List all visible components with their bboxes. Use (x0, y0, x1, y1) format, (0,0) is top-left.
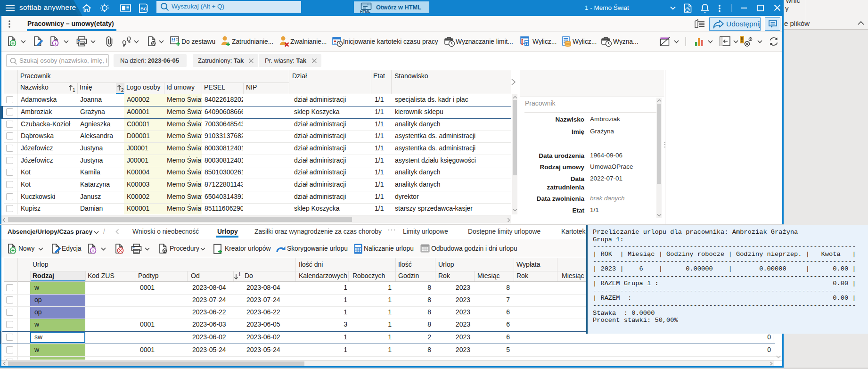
svg-text:1: 1 (238, 272, 241, 277)
svg-text:HTML: HTML (360, 9, 370, 13)
svg-text:?: ? (687, 8, 689, 12)
svg-text:1: 1 (73, 88, 75, 92)
svg-text:BC: BC (140, 6, 147, 11)
